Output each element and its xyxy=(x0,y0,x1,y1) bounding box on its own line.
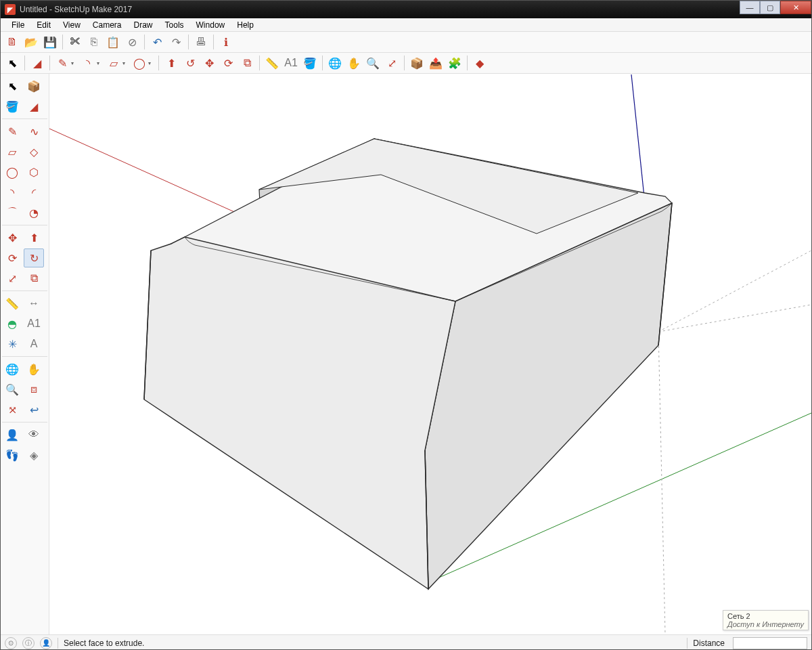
dimension-tool[interactable]: ↔ xyxy=(24,294,44,313)
section-tool[interactable]: ◈ xyxy=(24,446,44,464)
credits-icon[interactable]: ⓘ xyxy=(22,637,35,649)
rectangle-tool[interactable]: ▱ xyxy=(2,142,22,161)
look-around-tool[interactable]: 👁 xyxy=(24,425,44,444)
arc-3pt-tool[interactable]: ⌒ xyxy=(2,203,22,222)
menu-view[interactable]: View xyxy=(58,19,86,31)
measurement-label: Distance xyxy=(693,638,725,648)
arc-tool[interactable]: ◝ xyxy=(2,183,22,202)
circle-button[interactable]: ◯ xyxy=(131,54,148,72)
eraser-tool[interactable]: ◢ xyxy=(24,97,44,116)
pie-tool[interactable]: ◔ xyxy=(24,203,44,222)
close-button[interactable]: ✕ xyxy=(780,1,811,14)
position-camera-tool[interactable]: 👤 xyxy=(2,425,22,444)
menu-window[interactable]: Window xyxy=(191,19,231,31)
maximize-button[interactable]: ▢ xyxy=(760,1,780,14)
eraser-button[interactable]: ◢ xyxy=(28,54,46,72)
standard-toolbar: 🗎📂💾✀⎘📋⊘↶↷🖶ℹ xyxy=(1,32,811,53)
scale-tool[interactable]: ⤢ xyxy=(2,269,22,288)
paste-button[interactable]: 📋 xyxy=(104,33,122,51)
separator xyxy=(49,56,50,70)
svg-line-5 xyxy=(658,332,665,634)
previous-tool[interactable]: ↩ xyxy=(24,400,44,419)
protractor-tool[interactable]: ◓ xyxy=(2,314,22,333)
new-from-template-button[interactable]: 🗎 xyxy=(3,33,21,51)
polygon-tool[interactable]: ⬡ xyxy=(24,162,44,181)
extension-warehouse-button[interactable]: 🧩 xyxy=(446,54,464,72)
menu-help[interactable]: Help xyxy=(231,19,259,31)
rectangle-button[interactable]: ▱ xyxy=(105,54,122,72)
measurement-input[interactable] xyxy=(733,637,807,649)
line-button[interactable]: ✎ xyxy=(53,54,71,72)
save-button[interactable]: 💾 xyxy=(41,33,59,51)
circle-tool[interactable]: ◯ xyxy=(2,162,22,181)
rotated-rect-tool[interactable]: ◇ xyxy=(24,142,44,161)
rotate-tool[interactable]: ⟳ xyxy=(2,248,22,267)
cut-button[interactable]: ✀ xyxy=(66,33,84,51)
follow-me-button[interactable]: ↺ xyxy=(181,54,199,72)
move-tool[interactable]: ✥ xyxy=(2,228,22,247)
zoom-tool[interactable]: 🔍 xyxy=(2,380,22,399)
line-tool[interactable]: ✎ xyxy=(2,122,22,141)
text-tool[interactable]: A1 xyxy=(24,314,44,333)
redo-button[interactable]: ↷ xyxy=(167,33,185,51)
open-button[interactable]: 📂 xyxy=(22,33,40,51)
copy-button[interactable]: ⎘ xyxy=(85,33,103,51)
signin-icon[interactable]: 👤 xyxy=(40,637,52,649)
separator xyxy=(58,638,58,649)
walk-tool[interactable]: 👣 xyxy=(2,446,22,464)
push-pull-tool[interactable]: ⬆ xyxy=(24,228,44,247)
rotate-button[interactable]: ⟳ xyxy=(219,54,237,72)
undo-button[interactable]: ↶ xyxy=(148,33,166,51)
zoom-extents-button[interactable]: ⤢ xyxy=(383,54,401,72)
line-dropdown-icon[interactable]: ▾ xyxy=(71,60,78,66)
menu-file[interactable]: File xyxy=(6,19,30,31)
menu-edit[interactable]: Edit xyxy=(31,19,56,31)
arc-dropdown-icon[interactable]: ▾ xyxy=(97,60,104,66)
rectangle-dropdown-icon[interactable]: ▾ xyxy=(122,60,129,66)
separator xyxy=(213,35,214,49)
offset-button[interactable]: ⧉ xyxy=(238,54,256,72)
warehouse-share-button[interactable]: 📤 xyxy=(427,54,445,72)
push-pull-button[interactable]: ⬆ xyxy=(162,54,180,72)
status-bar: ⊙ ⓘ 👤 Select face to extrude. Distance xyxy=(1,634,811,650)
tape-measure-tool[interactable]: 📏 xyxy=(2,294,22,313)
zoom-window-tool[interactable]: ⧈ xyxy=(24,380,44,399)
arc-2pt-tool[interactable]: ◜ xyxy=(24,183,44,202)
text-button[interactable]: A1 xyxy=(282,54,300,72)
orbit-button[interactable]: 🌐 xyxy=(326,54,344,72)
menu-tools[interactable]: Tools xyxy=(160,19,189,31)
zoom-extents-tool[interactable]: ⤧ xyxy=(2,400,22,419)
axes-tool[interactable]: ✳ xyxy=(2,334,22,353)
svg-line-4 xyxy=(658,251,811,332)
arc-button[interactable]: ◝ xyxy=(79,54,97,72)
circle-dropdown-icon[interactable]: ▾ xyxy=(148,60,155,66)
model-info-button[interactable]: ℹ xyxy=(217,33,235,51)
delete-button[interactable]: ⊘ xyxy=(123,33,141,51)
select-button[interactable]: ⬉ xyxy=(3,54,21,72)
pan-tool[interactable]: ✋ xyxy=(24,360,44,378)
separator xyxy=(687,638,687,649)
move-button[interactable]: ✥ xyxy=(200,54,218,72)
minimize-button[interactable]: — xyxy=(740,1,760,14)
follow-me-tool[interactable]: ↻ xyxy=(24,248,44,267)
viewport-3d[interactable] xyxy=(49,74,811,634)
offset-tool[interactable]: ⧉ xyxy=(24,269,44,288)
freehand-tool[interactable]: ∿ xyxy=(24,122,44,141)
tape-measure-button[interactable]: 📏 xyxy=(263,54,281,72)
warehouse-get-button[interactable]: 📦 xyxy=(408,54,426,72)
print-button[interactable]: 🖶 xyxy=(192,33,210,51)
menu-camera[interactable]: Camera xyxy=(87,19,127,31)
zoom-button[interactable]: 🔍 xyxy=(364,54,382,72)
layout-button[interactable]: ◆ xyxy=(471,54,489,72)
paint-bucket-tool[interactable]: 🪣 xyxy=(2,97,22,116)
window-titlebar: ◤ Untitled - SketchUp Make 2017 — ▢ ✕ xyxy=(1,1,811,18)
paint-bucket-button[interactable]: 🪣 xyxy=(301,54,319,72)
3d-text-tool[interactable]: A xyxy=(24,334,44,353)
select-tool[interactable]: ⬉ xyxy=(2,77,22,95)
separator xyxy=(2,118,47,119)
geo-location-icon[interactable]: ⊙ xyxy=(5,637,17,649)
orbit-tool[interactable]: 🌐 xyxy=(2,360,22,378)
pan-button[interactable]: ✋ xyxy=(345,54,363,72)
menu-draw[interactable]: Draw xyxy=(129,19,158,31)
component-tool[interactable]: 📦 xyxy=(24,77,44,95)
